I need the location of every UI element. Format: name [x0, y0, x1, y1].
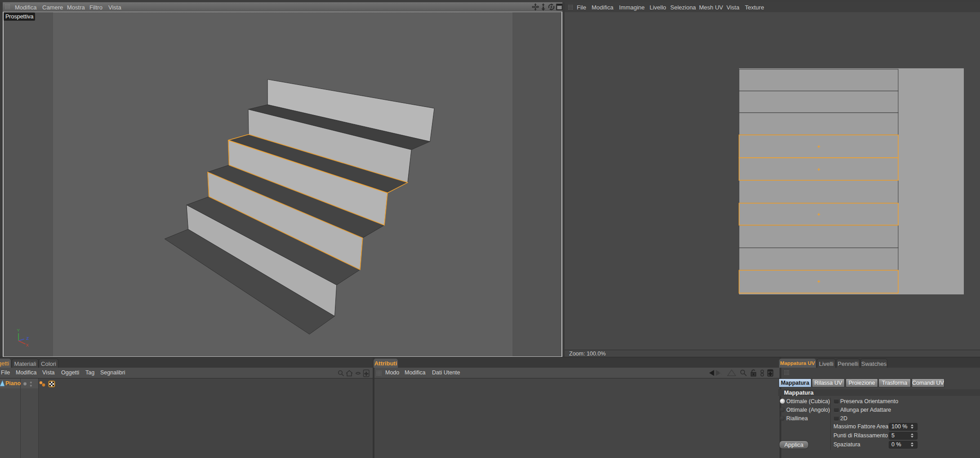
svg-text:Z: Z [27, 336, 29, 341]
svg-text:X: X [26, 342, 29, 347]
svg-text:Y: Y [17, 328, 20, 333]
